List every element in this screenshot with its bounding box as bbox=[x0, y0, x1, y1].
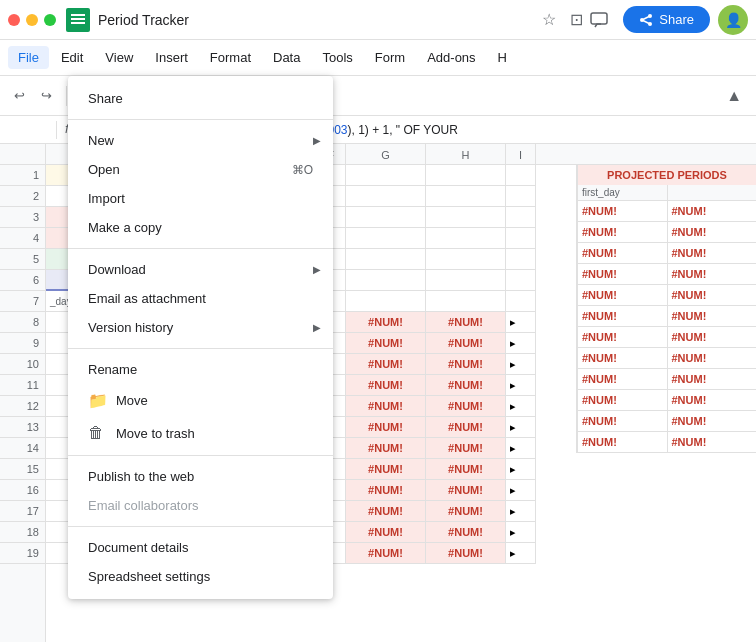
docdetails-menu-label: Document details bbox=[88, 540, 188, 555]
menu-option-rename[interactable]: Rename bbox=[68, 355, 333, 384]
movetrash-menu-label: Move to trash bbox=[116, 426, 195, 441]
open-shortcut: ⌘O bbox=[292, 163, 313, 177]
versionhistory-menu-label: Version history bbox=[88, 320, 173, 335]
download-menu-label: Download bbox=[88, 262, 146, 277]
move-menu-label: Move bbox=[116, 393, 148, 408]
folder-menu-icon: 📁 bbox=[88, 391, 104, 410]
makecopy-menu-label: Make a copy bbox=[88, 220, 162, 235]
file-dropdown-menu: Share New Open ⌘O Import Make a copy Dow… bbox=[68, 76, 333, 599]
new-menu-label: New bbox=[88, 133, 114, 148]
import-menu-label: Import bbox=[88, 191, 125, 206]
open-menu-label: Open bbox=[88, 162, 120, 177]
menu-option-share[interactable]: Share bbox=[68, 84, 333, 113]
menu-option-versionhistory[interactable]: Version history bbox=[68, 313, 333, 342]
menu-option-move[interactable]: 📁 Move bbox=[68, 384, 333, 417]
menu-option-import[interactable]: Import bbox=[68, 184, 333, 213]
menu-divider-2 bbox=[68, 248, 333, 249]
menu-option-download[interactable]: Download bbox=[68, 255, 333, 284]
menu-overlay: Share New Open ⌘O Import Make a copy Dow… bbox=[0, 0, 756, 642]
emailattach-menu-label: Email as attachment bbox=[88, 291, 206, 306]
emailcollab-menu-label: Email collaborators bbox=[88, 498, 199, 513]
rename-menu-label: Rename bbox=[88, 362, 137, 377]
menu-divider-3 bbox=[68, 348, 333, 349]
menu-option-open[interactable]: Open ⌘O bbox=[68, 155, 333, 184]
publishweb-menu-label: Publish to the web bbox=[88, 469, 194, 484]
share-menu-label: Share bbox=[88, 91, 123, 106]
menu-option-movetrash[interactable]: 🗑 Move to trash bbox=[68, 417, 333, 449]
menu-option-emailcollaborators: Email collaborators bbox=[68, 491, 333, 520]
trash-menu-icon: 🗑 bbox=[88, 424, 104, 442]
menu-option-new[interactable]: New bbox=[68, 126, 333, 155]
menu-divider-4 bbox=[68, 455, 333, 456]
menu-option-makecopy[interactable]: Make a copy bbox=[68, 213, 333, 242]
menu-option-docdetails[interactable]: Document details bbox=[68, 533, 333, 562]
menu-divider-1 bbox=[68, 119, 333, 120]
menu-divider-5 bbox=[68, 526, 333, 527]
spreadsheetsettings-menu-label: Spreadsheet settings bbox=[88, 569, 210, 584]
menu-option-spreadsheetsettings[interactable]: Spreadsheet settings bbox=[68, 562, 333, 591]
menu-option-publishweb[interactable]: Publish to the web bbox=[68, 462, 333, 491]
menu-option-emailattach[interactable]: Email as attachment bbox=[68, 284, 333, 313]
